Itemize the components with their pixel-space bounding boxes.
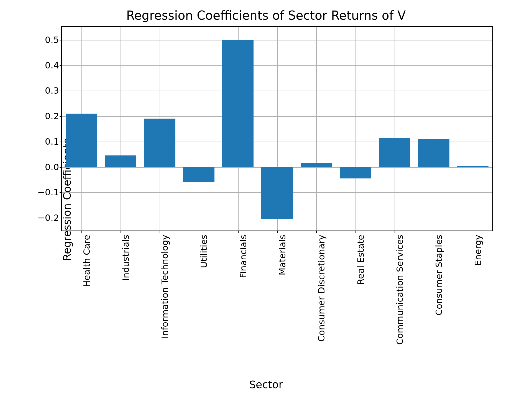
ytick-label: 0.4 [45, 60, 59, 71]
xtick-label: Consumer Staples [434, 194, 444, 275]
ytick-mark [60, 116, 62, 117]
xtick-label: Communication Services [395, 180, 405, 290]
bar [301, 163, 332, 167]
x-axis-label: Sector [0, 378, 532, 391]
plot-area: −0.2−0.10.00.10.20.30.40.5Health CareInd… [61, 26, 493, 231]
xtick-label: Utilities [199, 218, 209, 251]
ytick-label: 0.5 [45, 35, 59, 45]
ytick-mark [60, 218, 62, 218]
gridline-v [121, 27, 121, 231]
xtick-label: Information Technology [160, 183, 170, 287]
xtick-label: Financials [238, 213, 249, 257]
xtick-label: Industrials [121, 212, 131, 258]
ytick-mark [60, 91, 62, 91]
xtick-label: Materials [277, 214, 288, 255]
ytick-label: 0.0 [45, 162, 59, 172]
ytick-mark [60, 40, 62, 40]
ytick-label: −0.1 [37, 187, 59, 198]
bar [222, 40, 254, 167]
gridline-v [355, 27, 356, 231]
ytick-mark [60, 192, 62, 193]
ytick-mark [60, 142, 62, 142]
xtick-label: Real Estate [355, 210, 366, 260]
xtick-label: Energy [473, 219, 483, 250]
bar [418, 139, 449, 167]
chart-title: Regression Coefficients of Sector Return… [0, 8, 532, 22]
gridline-v [473, 27, 473, 231]
chart-container: Regression Coefficients of Sector Return… [0, 0, 532, 399]
ytick-label: 0.3 [45, 85, 59, 96]
ytick-mark [60, 65, 62, 66]
ytick-label: 0.2 [45, 111, 59, 121]
bar [183, 167, 214, 182]
bar [379, 138, 410, 167]
bar [105, 155, 136, 167]
ytick-label: −0.2 [37, 213, 59, 223]
xtick-label: Health Care [81, 208, 92, 261]
xtick-label: Consumer Discretionary [316, 181, 327, 288]
ytick-label: 0.1 [45, 136, 59, 147]
bar [144, 119, 175, 167]
gridline-v [199, 27, 199, 231]
bar [66, 114, 97, 167]
bar [261, 167, 293, 219]
bar [457, 166, 488, 167]
bar [340, 167, 371, 178]
ytick-mark [60, 167, 62, 168]
